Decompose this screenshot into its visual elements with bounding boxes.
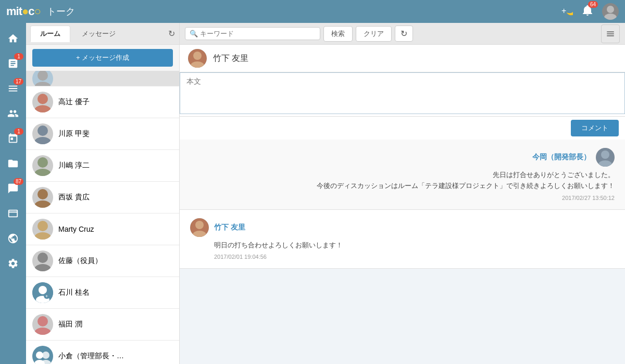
compose-area [180, 72, 625, 117]
nav-folder[interactable] [2, 152, 24, 175]
tab-refresh-button[interactable]: ↻ [168, 29, 175, 39]
tab-room[interactable]: ルーム [30, 26, 70, 42]
msg-timestamp: 2017/02/01 19:04:56 [214, 254, 615, 260]
tab-message[interactable]: メッセージ [72, 26, 125, 42]
svg-point-41 [195, 221, 204, 229]
nav-home[interactable] [2, 27, 24, 50]
comment-button[interactable]: コメント [571, 120, 619, 136]
list-item[interactable]: 小倉（管理部長・… [26, 341, 179, 364]
list-item[interactable]: 佐藤（役員） [26, 245, 179, 277]
svg-point-14 [34, 232, 51, 240]
recipient-avatar [188, 49, 207, 68]
logo: mit●c○ [6, 5, 41, 18]
message-bubble: 今岡（開発部長） 先日は打合せありがとうございました。 今後のディスカッションは… [180, 140, 625, 210]
list-item[interactable]: 川嶋 淳二 [26, 150, 179, 182]
recipient-bar: 竹下 友里 [180, 45, 625, 72]
svg-point-15 [38, 253, 48, 263]
chat-panel: 🔍 検索 クリア ↻ 竹下 友里 コメント [180, 23, 625, 364]
msg-sender: 今岡（開発部長） [532, 153, 591, 162]
list-item[interactable]: 福田 潤 [26, 309, 179, 341]
header-actions: +🌙 64 [560, 3, 619, 20]
list-item[interactable]: 高辻 優子 [26, 86, 179, 118]
svg-point-9 [38, 157, 48, 168]
list-item[interactable]: 西坂 貴広 [26, 182, 179, 214]
activity-badge: 17 [14, 78, 23, 85]
message-bubble: 竹下 友里 明日の打ち合わせよろしくお願いします！ 2017/02/01 19:… [180, 210, 625, 269]
svg-text:+: + [45, 294, 48, 299]
search-input-wrap: 🔍 [185, 27, 320, 40]
msg-header: 今岡（開発部長） [190, 148, 615, 167]
svg-text:+🌙: +🌙 [561, 6, 573, 16]
notification-badge: 64 [588, 1, 598, 8]
svg-point-2 [604, 14, 617, 20]
svg-point-12 [34, 200, 51, 208]
svg-point-22 [38, 316, 48, 327]
left-nav: 1 17 1 87 [0, 23, 26, 364]
svg-point-23 [34, 328, 51, 335]
svg-point-8 [34, 137, 51, 144]
page-title: トーク [47, 5, 75, 18]
svg-point-1 [607, 6, 614, 13]
svg-point-38 [601, 150, 609, 159]
tab-bar: ルーム メッセージ ↻ [26, 23, 179, 45]
search-input[interactable] [200, 30, 316, 37]
list-item[interactable]: Marty Cruz [26, 214, 179, 245]
top-header: mit●c○ トーク +🌙 64 [0, 0, 625, 23]
svg-point-7 [38, 125, 48, 136]
nav-activity[interactable]: 17 [2, 77, 24, 100]
notification-bell[interactable]: 64 [581, 4, 594, 19]
list-item[interactable]: + 石川 桂名 [26, 277, 179, 309]
svg-point-3 [38, 71, 48, 81]
contact-list: 高辻 優子 川原 甲斐 川嶋 淳二 西坂 貴広 Marty Cruz 佐藤（役員… [26, 71, 179, 364]
msg-avatar [596, 148, 615, 167]
compose-textarea[interactable] [180, 72, 625, 114]
search-refresh-button[interactable]: ↻ [395, 26, 413, 42]
list-item[interactable] [26, 71, 179, 86]
nav-settings[interactable] [2, 252, 24, 275]
svg-point-10 [34, 169, 51, 176]
nav-card[interactable] [2, 202, 24, 225]
search-icon: 🔍 [190, 30, 198, 37]
list-item[interactable]: 川原 甲斐 [26, 118, 179, 150]
messages-area: 今岡（開発部長） 先日は打合せありがとうございました。 今後のディスカッションは… [180, 140, 625, 364]
search-bar: 🔍 検索 クリア ↻ [180, 23, 625, 45]
compose-button[interactable]: + メッセージ作成 [32, 49, 173, 67]
msg-timestamp: 2017/02/27 13:50:12 [190, 195, 615, 201]
msg-body: 先日は打合せありがとうございました。 今後のディスカッションはルーム「テラ建設様… [190, 170, 615, 192]
nav-people[interactable] [2, 102, 24, 125]
compose-footer: コメント [180, 117, 625, 140]
nav-news[interactable]: 1 [2, 52, 24, 75]
svg-point-25 [42, 352, 49, 359]
chat-badge: 87 [14, 178, 23, 185]
svg-point-4 [34, 82, 51, 87]
nav-calendar[interactable]: 1 [2, 127, 24, 150]
user-avatar[interactable] [602, 3, 619, 20]
msg-header: 竹下 友里 [190, 218, 615, 237]
nav-chat[interactable]: 87 [2, 177, 24, 200]
nav-globe[interactable] [2, 227, 24, 250]
svg-point-11 [38, 189, 48, 199]
recipient-name: 竹下 友里 [213, 53, 248, 64]
svg-point-24 [36, 352, 43, 359]
svg-point-5 [38, 94, 48, 104]
clear-button[interactable]: クリア [356, 26, 392, 42]
svg-point-35 [193, 52, 202, 60]
add-moon-button[interactable]: +🌙 [560, 4, 573, 19]
svg-point-6 [34, 105, 51, 112]
msg-avatar [190, 218, 209, 237]
msg-body: 明日の打ち合わせよろしくお願いします！ [214, 240, 615, 251]
menu-button[interactable] [601, 24, 620, 43]
svg-point-13 [38, 221, 48, 231]
contact-panel: ルーム メッセージ ↻ + メッセージ作成 高辻 優子 川原 甲斐 川嶋 淳二 [26, 23, 180, 364]
msg-sender: 竹下 友里 [214, 223, 245, 232]
news-badge: 1 [14, 53, 23, 60]
svg-point-16 [34, 264, 51, 271]
calendar-badge: 1 [14, 128, 23, 135]
search-button[interactable]: 検索 [323, 26, 353, 42]
